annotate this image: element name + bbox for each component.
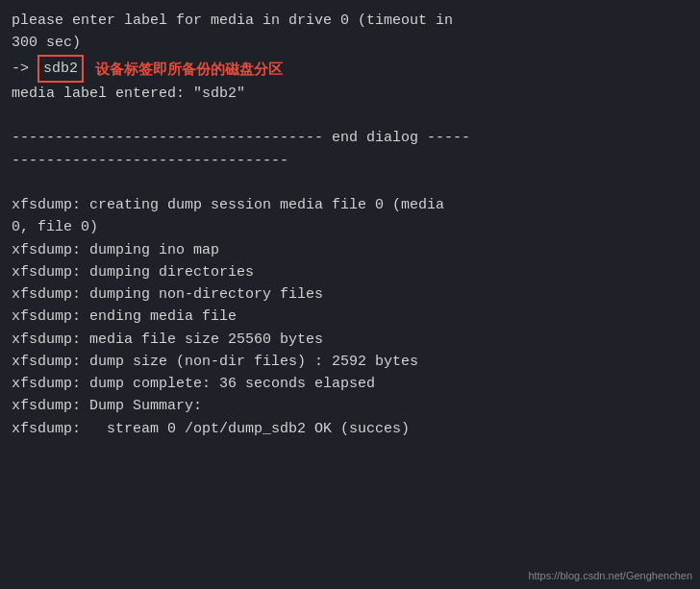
terminal-line-1: please enter label for media in drive 0 … <box>12 10 688 32</box>
terminal-line-19: xfsdump: stream 0 /opt/dump_sdb2 OK (suc… <box>12 418 688 440</box>
terminal-line-9: xfsdump: creating dump session media fil… <box>12 194 688 216</box>
terminal-prompt-row: -> sdb2 设备标签即所备份的磁盘分区 <box>12 55 688 83</box>
terminal-line-15: xfsdump: media file size 25560 bytes <box>12 329 688 351</box>
terminal-line-14: xfsdump: ending media file <box>12 306 688 328</box>
terminal-line-5 <box>12 105 688 127</box>
terminal-line-18: xfsdump: Dump Summary: <box>12 395 688 417</box>
terminal-line-11: xfsdump: dumping ino map <box>12 239 688 261</box>
terminal-line-16: xfsdump: dump size (non-dir files) : 259… <box>12 351 688 373</box>
terminal-line-12: xfsdump: dumping directories <box>12 261 688 283</box>
terminal-window: please enter label for media in drive 0 … <box>0 0 700 589</box>
terminal-divider-1: ------------------------------------ end… <box>12 127 688 149</box>
terminal-line-2: 300 sec) <box>12 32 688 54</box>
prompt-arrow: -> <box>12 58 38 80</box>
terminal-line-4: media label entered: "sdb2" <box>12 83 688 105</box>
terminal-line-13: xfsdump: dumping non-directory files <box>12 283 688 306</box>
terminal-line-10: 0, file 0) <box>12 216 688 238</box>
terminal-line-blank <box>12 172 688 194</box>
annotation-label: 设备标签即所备份的磁盘分区 <box>95 58 283 80</box>
terminal-divider-2: -------------------------------- <box>12 150 688 172</box>
watermark: https://blog.csdn.net/Genghenchen <box>528 570 692 581</box>
terminal-line-17: xfsdump: dump complete: 36 seconds elaps… <box>12 373 688 395</box>
input-box[interactable]: sdb2 <box>38 55 84 83</box>
